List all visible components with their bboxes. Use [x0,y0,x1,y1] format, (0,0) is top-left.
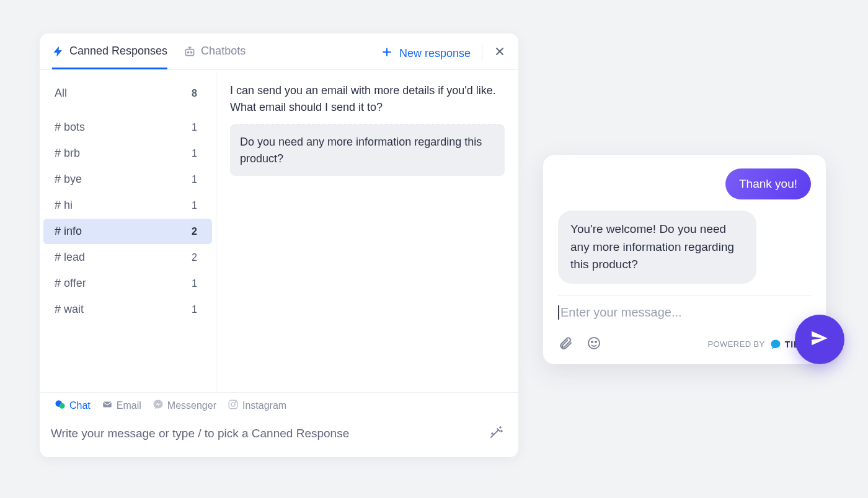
sidebar-item-count: 2 [192,226,197,237]
response-preview-area: I can send you an email with more detail… [216,70,518,392]
svg-point-8 [235,401,236,403]
channel-chat-label: Chat [69,400,91,411]
sidebar-item-label: # offer [55,277,86,290]
message-received: You're welcome! Do you need any more inf… [558,211,756,284]
sidebar-item-label: # hi [55,199,73,212]
sidebar-item-count: 1 [192,278,197,289]
channel-messenger-label: Messenger [167,400,216,411]
sidebar-item-label: # info [55,225,82,238]
chat-footer-icons [558,336,601,353]
mail-icon [102,399,113,413]
sidebar-item-label: # bots [55,121,85,134]
response-preview-1[interactable]: I can send you an email with more detail… [230,82,505,116]
sidebar-tag-wait[interactable]: # wait 1 [43,297,212,322]
canned-responses-panel: Canned Responses Chatbots New response [40,33,518,457]
svg-point-9 [588,338,600,349]
messenger-icon [153,399,164,413]
sidebar-tag-hi[interactable]: # hi 1 [43,193,212,218]
send-icon [809,328,830,351]
channel-instagram-label: Instagram [242,400,286,411]
sidebar-tag-bye[interactable]: # bye 1 [43,167,212,192]
attachment-icon[interactable] [558,336,573,353]
sidebar-tag-info[interactable]: # info 2 [43,219,212,244]
sidebar-tag-lead[interactable]: # lead 2 [43,245,212,270]
sidebar-item-label: # lead [55,251,85,264]
tab-canned-responses[interactable]: Canned Responses [52,45,167,69]
channel-email-label: Email [117,400,141,411]
sidebar-item-label: # brb [55,147,80,160]
svg-point-4 [60,403,65,409]
chat-messages: Thank you! You're welcome! Do you need a… [558,168,811,284]
svg-point-10 [591,341,593,343]
channel-messenger[interactable]: Messenger [153,399,216,413]
channel-chat[interactable]: Chat [55,399,91,413]
channel-email[interactable]: Email [102,399,141,413]
compose-input[interactable] [51,427,489,440]
new-response-label: New response [399,47,471,60]
svg-point-7 [231,403,235,406]
message-sent: Thank you! [725,168,811,199]
send-button[interactable] [795,315,844,364]
sidebar-item-count: 1 [192,200,197,211]
header-actions: New response [381,45,506,69]
sidebar-tag-offer[interactable]: # offer 1 [43,271,212,296]
chat-divider [558,295,811,295]
sidebar-all-count: 8 [192,88,197,99]
sidebar-tag-bots[interactable]: # bots 1 [43,115,212,140]
svg-rect-5 [103,402,112,408]
tab-canned-label: Canned Responses [69,45,167,58]
sidebar-all[interactable]: All 8 [43,81,212,106]
close-icon [494,45,506,61]
tab-chatbots-label: Chatbots [201,45,246,58]
response-preview-2-selected[interactable]: Do you need any more information regardi… [230,124,505,176]
channel-bar: Chat Email Messenger Instagram [40,392,518,416]
tag-sidebar: All 8 # bots 1 # brb 1 # bye 1 # hi 1 # … [40,70,216,392]
chat-footer: POWERED BY TIDIO [558,336,811,353]
sidebar-item-count: 1 [192,122,197,133]
svg-rect-0 [185,49,193,55]
plus-icon [381,46,393,61]
sidebar-item-count: 2 [192,252,197,263]
svg-point-2 [191,51,192,53]
svg-point-1 [188,51,189,53]
sidebar-tag-brb[interactable]: # brb 1 [43,141,212,166]
svg-point-11 [595,341,596,343]
chat-widget: Thank you! You're welcome! Do you need a… [543,155,826,364]
magic-wand-icon[interactable] [489,425,503,442]
sidebar-item-label: # wait [55,303,84,316]
channel-instagram[interactable]: Instagram [228,399,286,413]
robot-icon [184,45,196,58]
sidebar-item-label: # bye [55,173,82,186]
tidio-bubble-icon [770,339,781,350]
close-button[interactable] [494,45,506,61]
emoji-icon[interactable] [587,336,601,353]
powered-by-label: POWERED BY [708,339,765,349]
tab-chatbots[interactable]: Chatbots [184,45,246,69]
sidebar-item-count: 1 [192,174,197,185]
new-response-button[interactable]: New response [381,46,471,61]
chat-bubble-icon [55,399,66,413]
divider [482,45,482,61]
sidebar-item-count: 1 [192,304,197,315]
instagram-icon [228,399,239,413]
panel-body: All 8 # bots 1 # brb 1 # bye 1 # hi 1 # … [40,70,518,392]
panel-header: Canned Responses Chatbots New response [40,33,518,70]
chat-input[interactable] [558,305,811,320]
sidebar-all-label: All [55,87,67,100]
sidebar-item-count: 1 [192,148,197,159]
header-tabs: Canned Responses Chatbots [52,45,381,69]
bolt-icon [52,45,64,58]
compose-row [40,416,518,457]
